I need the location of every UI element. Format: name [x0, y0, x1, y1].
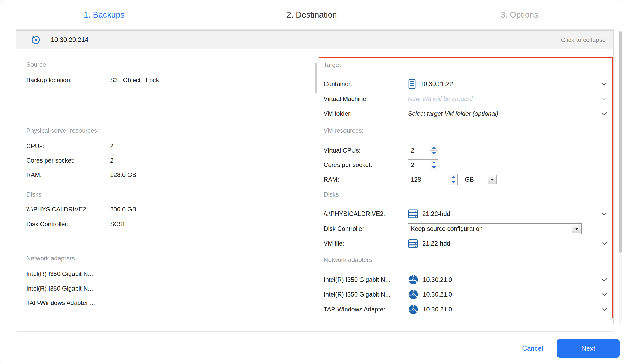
machine-panel-header[interactable]: 10.30.29.214 Click to collapse [16, 31, 613, 49]
source-disk-label: \\.\PHYSICALDRIVE2: [26, 206, 110, 213]
vm-folder-select[interactable]: Select target VM folder (optional) [408, 110, 607, 117]
cpus-label: CPUs: [26, 142, 110, 150]
step-destination[interactable]: 2. Destination [208, 10, 415, 20]
next-button[interactable]: Next [557, 339, 620, 358]
backup-location-value: S3_ Object _Lock [110, 77, 159, 84]
target-heading: Target [324, 61, 607, 69]
vm-file-select[interactable]: 21.22-hdd [408, 239, 607, 248]
container-icon [408, 79, 416, 89]
network-icon [408, 289, 419, 300]
collapse-hint: Click to collapse [561, 36, 606, 44]
network-icon [408, 274, 419, 285]
target-adapter-row: Intel(R) I350 Gigabit N... [324, 290, 607, 299]
step-backups[interactable]: 1. Backups [0, 10, 208, 20]
cores-increment-button[interactable] [430, 160, 438, 165]
target-adapter-row: Intel(R) I350 Gigabit N... [324, 275, 607, 284]
cores-value: 2 [110, 157, 113, 164]
cores-decrement-button[interactable] [430, 165, 438, 170]
source-disks-heading: Disks [26, 191, 310, 198]
backup-location-row: Backup location: S3_ Object _Lock [26, 76, 310, 84]
ram-unit-select[interactable]: GB [462, 174, 497, 185]
vcpus-decrement-button[interactable] [430, 151, 438, 156]
cores-input[interactable] [408, 160, 430, 170]
machine-panel: 10.30.29.214 Click to collapse Source Ba… [16, 30, 614, 324]
cpus-row: CPUs: 2 [26, 142, 310, 150]
virtual-machine-select[interactable]: New VM will be created [408, 95, 607, 103]
target-adapter-2-value: 10.30.21.0 [423, 291, 452, 298]
dropdown-arrow-icon [488, 175, 497, 184]
source-pane: Source Backup location: S3_ Object _Lock… [26, 49, 310, 307]
disk-controller-select[interactable]: Keep source configuration [408, 223, 582, 234]
target-ram-row: RAM: GB [324, 175, 607, 184]
ram-row: RAM: 128.0 GB [26, 171, 310, 179]
target-adapter-row: TAP-Windows Adapter ... [324, 305, 607, 314]
chevron-down-icon [601, 308, 607, 311]
vm-folder-row: VM folder: Select target VM folder (opti… [324, 109, 607, 118]
target-controller-row: Disk Controller: Keep source configurati… [324, 224, 607, 233]
target-disks-heading: Disks [324, 191, 607, 198]
backup-location-label: Backup location: [26, 77, 110, 84]
target-network-heading: Network adapters [324, 256, 607, 264]
chevron-down-icon [601, 278, 607, 282]
restore-icon [31, 35, 41, 45]
vcpus-input[interactable] [408, 145, 430, 156]
target-controller-label: Disk Controller: [324, 225, 408, 232]
target-pane-highlight: Target Container: [319, 57, 613, 318]
container-select[interactable]: 10.30.21.22 [408, 79, 607, 89]
container-value: 10.30.21.22 [420, 80, 453, 88]
source-controller-value: SCSI [110, 221, 125, 228]
target-adapter-2-label: Intel(R) I350 Gigabit N... [324, 291, 408, 298]
step-options[interactable]: 3. Options [416, 10, 623, 20]
cores-label: Cores per socket: [26, 157, 110, 164]
vcpus-label: Virtual CPUs: [324, 147, 408, 154]
source-heading: Source [26, 61, 310, 69]
target-cores-label: Cores per socket: [324, 161, 408, 168]
target-adapter-1-value: 10.30.21.0 [423, 276, 452, 283]
target-adapter-3-label: TAP-Windows Adapter ... [324, 306, 408, 313]
ram-decrement-button[interactable] [449, 180, 457, 185]
chevron-down-icon [601, 82, 607, 86]
target-disk-value: 21.22-hdd [422, 210, 450, 217]
target-adapter-1-select[interactable]: 10.30.21.0 [408, 274, 607, 285]
panel-body: Source Backup location: S3_ Object _Lock… [16, 49, 613, 324]
target-adapter-1-label: Intel(R) I350 Gigabit N... [324, 276, 408, 283]
ram-increment-button[interactable] [449, 174, 457, 180]
cancel-button[interactable]: Cancel [522, 344, 543, 352]
vm-file-row: VM file: 21.22-hdd [324, 239, 607, 248]
vm-resources-heading: VM resources: [324, 127, 607, 134]
vcpus-stepper [408, 145, 438, 156]
chevron-down-icon [601, 97, 607, 101]
vm-folder-placeholder: Select target VM folder (optional) [408, 110, 498, 117]
chevron-down-icon [601, 112, 607, 115]
vertical-scrollbar[interactable] [619, 31, 622, 324]
target-cores-row: Cores per socket: [324, 160, 607, 170]
disk-controller-value: Keep source configuration [408, 225, 572, 232]
source-adapter-1: Intel(R) I350 Gigabit N... [26, 270, 310, 278]
scroll-viewport: 10.30.29.214 Click to collapse Source Ba… [15, 29, 615, 332]
host-ip: 10.30.29.214 [51, 36, 88, 44]
virtual-machine-row: Virtual Machine: New VM will be created [324, 94, 607, 104]
chevron-down-icon [601, 293, 607, 296]
physical-resources-heading: Physical server resources: [26, 127, 310, 134]
virtual-machine-placeholder: New VM will be created [408, 95, 473, 103]
scrollbar-thumb[interactable] [619, 31, 622, 253]
target-disk-row: \\.\PHYSICALDRIVE2: 21.22-hdd [324, 209, 607, 218]
target-disk-label: \\.\PHYSICALDRIVE2: [324, 210, 408, 217]
ram-stepper [408, 174, 458, 185]
source-disk-row: \\.\PHYSICALDRIVE2: 200.0 GB [26, 206, 310, 213]
chevron-down-icon [601, 212, 607, 216]
target-disk-select[interactable]: 21.22-hdd [408, 209, 607, 219]
chevron-down-icon [601, 242, 607, 245]
ram-input[interactable] [408, 174, 449, 185]
source-network-heading: Network adapters [26, 255, 310, 262]
vm-file-value: 21.22-hdd [422, 240, 450, 247]
wizard-footer: Cancel Next [522, 339, 620, 358]
target-adapter-2-select[interactable]: 10.30.21.0 [408, 289, 607, 300]
target-adapter-3-select[interactable]: 10.30.21.0 [408, 304, 607, 315]
vcpus-increment-button[interactable] [430, 145, 438, 151]
ram-unit-value: GB [462, 176, 487, 183]
cores-row: Cores per socket: 2 [26, 157, 310, 164]
pane-scrollbar-thumb[interactable] [315, 63, 317, 93]
source-controller-row: Disk Controller: SCSI [26, 220, 310, 228]
cores-stepper [408, 159, 438, 170]
